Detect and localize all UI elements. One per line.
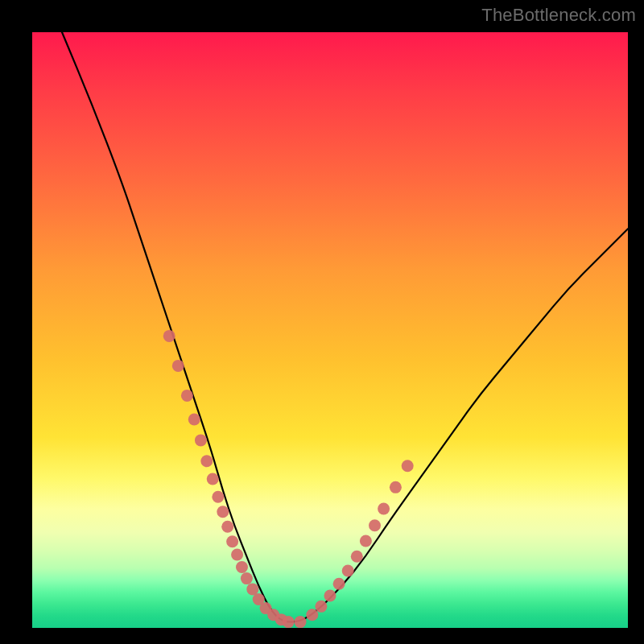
highlight-dot (306, 609, 318, 621)
highlight-dot (295, 616, 307, 628)
highlight-dot (378, 503, 390, 515)
chart-frame: TheBottleneck.com (0, 0, 644, 644)
highlight-dot (241, 572, 253, 584)
plot-area (32, 32, 628, 628)
highlight-dot (212, 491, 224, 503)
highlight-dot (226, 535, 238, 547)
highlight-dot (369, 519, 381, 531)
highlight-dot (246, 583, 258, 595)
highlight-dot (333, 578, 345, 590)
highlight-dot (324, 590, 336, 602)
bottleneck-curve (62, 32, 628, 622)
highlight-dot (360, 535, 372, 547)
highlight-dot (315, 601, 327, 613)
watermark-text: TheBottleneck.com (481, 5, 636, 26)
highlight-dot (195, 434, 207, 446)
curve-layer (32, 32, 628, 628)
highlight-dot (236, 561, 248, 573)
highlight-dot (172, 360, 184, 372)
highlight-dot (217, 506, 229, 518)
highlight-dot (207, 473, 219, 485)
highlight-dot (231, 548, 243, 560)
highlight-dot (200, 455, 213, 467)
highlight-dot (181, 390, 193, 402)
highlight-dots (163, 330, 414, 628)
highlight-dot (351, 551, 363, 563)
highlight-dot (188, 414, 200, 426)
highlight-dot (221, 521, 233, 533)
highlight-dot (402, 460, 414, 472)
highlight-dot (342, 564, 354, 576)
highlight-dot (390, 481, 402, 493)
highlight-dot (283, 616, 295, 628)
highlight-dot (163, 330, 175, 342)
